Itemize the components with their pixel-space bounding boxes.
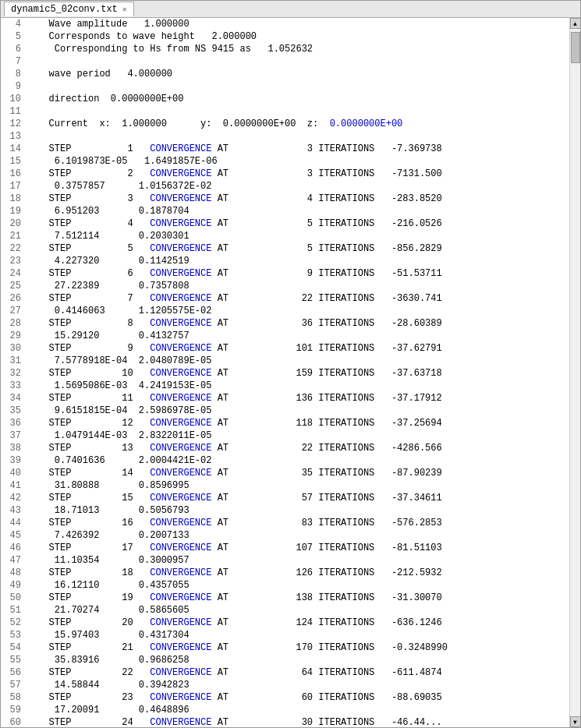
line-content: wave period 4.000000 — [26, 68, 172, 80]
line-number: 36 — [1, 417, 26, 429]
line-content: STEP 4 CONVERGENCE AT 5 ITERATIONS -216.… — [26, 217, 442, 230]
line-number: 51 — [1, 604, 26, 617]
line-content — [26, 130, 32, 143]
table-row: 46 STEP 17 CONVERGENCE AT 107 ITERATIONS… — [1, 542, 569, 554]
table-row: 28 STEP 8 CONVERGENCE AT 36 ITERATIONS -… — [1, 317, 569, 330]
table-row: 38 STEP 13 CONVERGENCE AT 22 ITERATIONS … — [1, 442, 569, 454]
line-content: STEP 6 CONVERGENCE AT 9 ITERATIONS -51.5… — [26, 267, 442, 280]
line-number: 14 — [1, 143, 26, 155]
line-content: 7.5778918E-04 2.0480789E-05 — [26, 355, 211, 367]
line-number: 24 — [1, 267, 26, 280]
table-row: 44 STEP 16 CONVERGENCE AT 83 ITERATIONS … — [1, 517, 569, 529]
line-number: 30 — [1, 342, 26, 355]
table-row: 14 STEP 1 CONVERGENCE AT 3 ITERATIONS -7… — [1, 143, 569, 155]
table-row: 50 STEP 19 CONVERGENCE AT 138 ITERATIONS… — [1, 592, 569, 604]
line-number: 15 — [1, 155, 26, 168]
scroll-thumb[interactable] — [571, 32, 580, 63]
line-number: 27 — [1, 305, 26, 317]
table-row: 41 31.80888 0.8596995 — [1, 479, 569, 492]
tab-close-icon[interactable]: ✕ — [122, 5, 127, 14]
table-row: 33 1.5695086E-03 4.2419153E-05 — [1, 380, 569, 392]
table-row: 6 Corresponding to Hs from NS 9415 as 1.… — [1, 43, 569, 55]
table-row: 30 STEP 9 CONVERGENCE AT 101 ITERATIONS … — [1, 342, 569, 355]
line-content: 6.951203 0.1878704 — [26, 205, 190, 217]
line-content: STEP 9 CONVERGENCE AT 101 ITERATIONS -37… — [26, 342, 442, 355]
table-row: 49 16.12110 0.4357055 — [1, 579, 569, 592]
table-row: 56 STEP 22 CONVERGENCE AT 64 ITERATIONS … — [1, 666, 569, 679]
line-content: 0.4146063 1.1205575E-02 — [26, 305, 211, 317]
line-content: STEP 12 CONVERGENCE AT 118 ITERATIONS -3… — [26, 417, 442, 429]
line-content: Corresponds to wave height 2.000000 — [26, 30, 257, 43]
table-row: 43 18.71013 0.5056793 — [1, 504, 569, 517]
line-content: STEP 13 CONVERGENCE AT 22 ITERATIONS -42… — [26, 442, 442, 454]
table-row: 37 1.0479144E-03 2.8322011E-05 — [1, 429, 569, 442]
line-number: 52 — [1, 617, 26, 629]
line-number: 28 — [1, 317, 26, 330]
line-content: STEP 1 CONVERGENCE AT 3 ITERATIONS -7.36… — [26, 143, 442, 155]
table-row: 9 — [1, 80, 569, 93]
line-number: 33 — [1, 380, 26, 392]
line-number: 41 — [1, 479, 26, 492]
line-number: 19 — [1, 205, 26, 217]
line-number: 50 — [1, 592, 26, 604]
line-number: 49 — [1, 579, 26, 592]
line-content: 1.5695086E-03 4.2419153E-05 — [26, 380, 211, 392]
line-number: 58 — [1, 691, 26, 704]
line-number: 47 — [1, 554, 26, 567]
table-row: 15 6.1019873E-05 1.6491857E-06 — [1, 155, 569, 168]
line-content: STEP 7 CONVERGENCE AT 22 ITERATIONS -363… — [26, 292, 442, 305]
line-number: 46 — [1, 542, 26, 554]
table-row: 47 11.10354 0.3000957 — [1, 554, 569, 567]
line-content: Current x: 1.000000 y: 0.0000000E+00 z: … — [26, 118, 402, 130]
line-number: 18 — [1, 193, 26, 205]
table-row: 8 wave period 4.000000 — [1, 68, 569, 80]
file-tab[interactable]: dynamic5_02conv.txt ✕ — [4, 2, 134, 16]
table-row: 51 21.70274 0.5865605 — [1, 604, 569, 617]
table-row: 17 0.3757857 1.0156372E-02 — [1, 180, 569, 193]
line-content: STEP 20 CONVERGENCE AT 124 ITERATIONS -6… — [26, 617, 442, 629]
table-row: 58 STEP 23 CONVERGENCE AT 60 ITERATIONS … — [1, 691, 569, 704]
table-row: 20 STEP 4 CONVERGENCE AT 5 ITERATIONS -2… — [1, 217, 569, 230]
line-content: 15.97403 0.4317304 — [26, 629, 190, 641]
table-row: 23 4.227320 0.1142519 — [1, 255, 569, 267]
line-content: 11.10354 0.3000957 — [26, 554, 190, 567]
table-row: 32 STEP 10 CONVERGENCE AT 159 ITERATIONS… — [1, 367, 569, 380]
line-content: STEP 15 CONVERGENCE AT 57 ITERATIONS -37… — [26, 492, 442, 504]
table-row: 59 17.20091 0.4648896 — [1, 704, 569, 716]
line-number: 42 — [1, 492, 26, 504]
line-content: 0.7401636 2.0004421E-02 — [26, 454, 211, 467]
line-number: 54 — [1, 641, 26, 654]
line-content: STEP 2 CONVERGENCE AT 3 ITERATIONS -7131… — [26, 168, 442, 180]
line-content: 18.71013 0.5056793 — [26, 504, 190, 517]
line-content: 31.80888 0.8596995 — [26, 479, 190, 492]
scroll-track[interactable] — [570, 29, 581, 716]
line-content: STEP 24 CONVERGENCE AT 30 ITERATIONS -46… — [26, 716, 442, 727]
scroll-down-button[interactable]: ▼ — [570, 716, 581, 727]
table-row: 39 0.7401636 2.0004421E-02 — [1, 454, 569, 467]
scrollbar[interactable]: ▲ ▼ — [569, 18, 580, 727]
table-row: 25 27.22389 0.7357808 — [1, 280, 569, 292]
line-number: 5 — [1, 30, 26, 43]
table-row: 4 Wave amplitude 1.000000 — [1, 18, 569, 30]
scroll-up-button[interactable]: ▲ — [570, 18, 581, 29]
line-content: 27.22389 0.7357808 — [26, 280, 190, 292]
table-row: 29 15.29120 0.4132757 — [1, 330, 569, 342]
table-row: 26 STEP 7 CONVERGENCE AT 22 ITERATIONS -… — [1, 292, 569, 305]
line-content: direction 0.0000000E+00 — [26, 93, 183, 105]
line-content: 35.83916 0.9686258 — [26, 654, 190, 666]
line-number: 7 — [1, 55, 26, 68]
line-number: 23 — [1, 255, 26, 267]
line-number: 57 — [1, 679, 26, 691]
line-content: 21.70274 0.5865605 — [26, 604, 190, 617]
line-content: STEP 17 CONVERGENCE AT 107 ITERATIONS -8… — [26, 542, 442, 554]
line-content: 6.1019873E-05 1.6491857E-06 — [26, 155, 218, 168]
line-number: 55 — [1, 654, 26, 666]
line-content: Corresponding to Hs from NS 9415 as 1.05… — [26, 43, 313, 55]
table-row: 16 STEP 2 CONVERGENCE AT 3 ITERATIONS -7… — [1, 168, 569, 180]
table-row: 22 STEP 5 CONVERGENCE AT 5 ITERATIONS -8… — [1, 242, 569, 255]
text-content[interactable]: 4 Wave amplitude 1.0000005 Corresponds t… — [1, 18, 569, 727]
line-content: STEP 19 CONVERGENCE AT 138 ITERATIONS -3… — [26, 592, 442, 604]
line-content: STEP 14 CONVERGENCE AT 35 ITERATIONS -87… — [26, 467, 442, 479]
line-content: 16.12110 0.4357055 — [26, 579, 190, 592]
line-number: 40 — [1, 467, 26, 479]
